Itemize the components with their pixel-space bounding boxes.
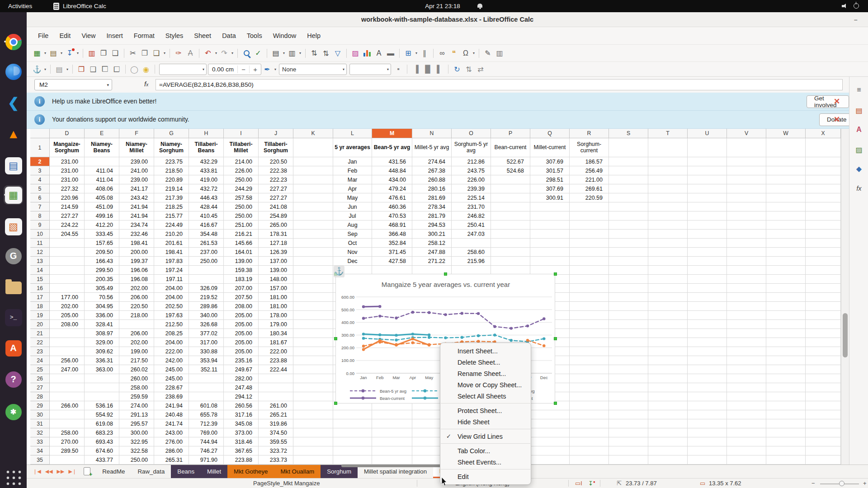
cell-S18[interactable] bbox=[609, 302, 648, 311]
cell-D4[interactable]: 231.00 bbox=[50, 175, 85, 184]
cell-G1[interactable]: Niamey-Sorghum bbox=[154, 138, 189, 157]
row-header-21[interactable]: 21 bbox=[30, 329, 50, 338]
cell-E33[interactable]: 693.43 bbox=[85, 437, 119, 446]
cell-V5[interactable] bbox=[727, 184, 766, 193]
cell-R11[interactable] bbox=[570, 239, 609, 248]
cell-S8[interactable] bbox=[609, 211, 648, 221]
cell-I14[interactable]: 159.38 bbox=[224, 266, 259, 275]
row-header-34[interactable]: 34 bbox=[30, 446, 50, 455]
cell-W35[interactable] bbox=[766, 455, 806, 465]
cell-I21[interactable]: 205.00 bbox=[224, 329, 259, 338]
cell-W5[interactable] bbox=[766, 184, 806, 193]
cell-M13[interactable]: 427.58 bbox=[372, 257, 412, 266]
cell-K19[interactable] bbox=[293, 311, 333, 320]
cell-V33[interactable] bbox=[727, 437, 766, 446]
cell-D20[interactable]: 208.00 bbox=[50, 320, 85, 329]
open-icon[interactable]: ▤ bbox=[47, 47, 59, 59]
cell-U24[interactable] bbox=[688, 356, 727, 365]
cell-P9[interactable] bbox=[491, 221, 530, 230]
context-menu-hide-sheet[interactable]: Hide Sheet bbox=[440, 416, 531, 427]
row-header-14[interactable]: 14 bbox=[30, 266, 50, 275]
cell-D27[interactable] bbox=[50, 383, 85, 392]
insert-columns-icon[interactable]: ▥ bbox=[286, 47, 298, 59]
row-header-19[interactable]: 19 bbox=[30, 311, 50, 320]
insert-comment-icon[interactable]: ❝ bbox=[448, 47, 460, 59]
column-header-F[interactable]: F bbox=[119, 129, 154, 138]
export-pdf-icon[interactable]: ▥ bbox=[86, 47, 98, 59]
cell-K27[interactable] bbox=[293, 383, 333, 392]
cell-H1[interactable]: Tillaberi-Beans bbox=[189, 138, 224, 157]
cell-K35[interactable] bbox=[293, 455, 333, 465]
cell-E25[interactable]: 363.00 bbox=[85, 365, 119, 374]
cell-E5[interactable]: 408.06 bbox=[85, 184, 119, 193]
sheet-tab-beans[interactable]: Beans bbox=[171, 465, 201, 478]
cell-M2[interactable]: 431.56 bbox=[372, 157, 412, 166]
cell-G28[interactable]: 238.69 bbox=[154, 392, 189, 401]
cell-G26[interactable]: 245.00 bbox=[154, 374, 189, 383]
cell-S28[interactable] bbox=[609, 392, 648, 401]
cell-W7[interactable] bbox=[766, 202, 806, 211]
cell-G19[interactable]: 197.63 bbox=[154, 311, 189, 320]
cell-J16[interactable]: 157.00 bbox=[259, 284, 293, 293]
row-header-24[interactable]: 24 bbox=[30, 356, 50, 365]
cell-W6[interactable] bbox=[766, 193, 806, 202]
cell-T10[interactable] bbox=[648, 230, 688, 239]
cell-K8[interactable] bbox=[293, 211, 333, 221]
cell-E18[interactable]: 304.95 bbox=[85, 302, 119, 311]
cell-D9[interactable]: 224.22 bbox=[50, 221, 85, 230]
cell-F14[interactable]: 196.06 bbox=[119, 266, 154, 275]
menu-styles[interactable]: Styles bbox=[160, 30, 189, 42]
cell-G6[interactable]: 217.39 bbox=[154, 193, 189, 202]
cell-K34[interactable] bbox=[293, 446, 333, 455]
terminal-dock-icon[interactable]: >_ bbox=[4, 308, 23, 327]
cell-H14[interactable] bbox=[189, 266, 224, 275]
ubuntu-software-dock-icon[interactable]: A bbox=[4, 338, 23, 358]
find-replace-icon[interactable] bbox=[241, 47, 252, 59]
cell-D7[interactable]: 214.59 bbox=[50, 202, 85, 211]
cell-D21[interactable] bbox=[50, 329, 85, 338]
cell-O3[interactable]: 243.75 bbox=[452, 166, 491, 175]
cell-I28[interactable]: 294.12 bbox=[224, 392, 259, 401]
cell-E20[interactable]: 328.41 bbox=[85, 320, 119, 329]
cell-I15[interactable]: 183.19 bbox=[224, 275, 259, 284]
cell-U25[interactable] bbox=[688, 365, 727, 374]
column-header-G[interactable]: G bbox=[154, 129, 189, 138]
cell-H28[interactable] bbox=[189, 392, 224, 401]
align-objects-icon[interactable]: ▤ bbox=[53, 63, 65, 75]
focused-app-indicator[interactable]: LibreOffice Calc bbox=[53, 3, 106, 10]
row-header-8[interactable]: 8 bbox=[30, 211, 50, 221]
cell-D1[interactable]: Mangaize-Sorghum bbox=[50, 138, 85, 157]
cell-V16[interactable] bbox=[727, 284, 766, 293]
anchor-icon[interactable]: ⚓ bbox=[31, 63, 43, 75]
cell-K22[interactable] bbox=[293, 338, 333, 347]
cell-J26[interactable] bbox=[259, 374, 293, 383]
firefox-dock-icon[interactable] bbox=[4, 62, 23, 81]
cell-X24[interactable] bbox=[806, 356, 841, 365]
cell-F26[interactable]: 260.00 bbox=[119, 374, 154, 383]
cell-R29[interactable] bbox=[570, 401, 609, 410]
cell-W18[interactable] bbox=[766, 302, 806, 311]
chart-selection-handle[interactable] bbox=[334, 402, 337, 405]
cell-V17[interactable] bbox=[727, 293, 766, 302]
cell-O5[interactable]: 239.39 bbox=[452, 184, 491, 193]
cell-X1[interactable] bbox=[806, 138, 841, 157]
cell-H34[interactable]: 746.27 bbox=[189, 446, 224, 455]
column-header-M[interactable]: M bbox=[372, 129, 412, 138]
cell-U7[interactable] bbox=[688, 202, 727, 211]
chart-selection-handle[interactable] bbox=[554, 272, 557, 276]
cell-H31[interactable]: 712.39 bbox=[189, 419, 224, 428]
row-header-20[interactable]: 20 bbox=[30, 320, 50, 329]
context-menu-edit[interactable]: Edit bbox=[440, 471, 531, 482]
cell-E17[interactable]: 70.56 bbox=[85, 293, 119, 302]
cell-V14[interactable] bbox=[727, 266, 766, 275]
cell-K15[interactable] bbox=[293, 275, 333, 284]
insert-special-character-dropdown-icon[interactable]: ▾ bbox=[472, 51, 476, 55]
cell-M33[interactable] bbox=[372, 437, 412, 446]
cell-Q3[interactable]: 301.57 bbox=[530, 166, 570, 175]
window-titlebar[interactable]: workbook-with-sample-database.xlsx - Lib… bbox=[27, 12, 868, 27]
cell-G34[interactable]: 286.00 bbox=[154, 446, 189, 455]
cell-G24[interactable]: 242.00 bbox=[154, 356, 189, 365]
cell-F16[interactable]: 202.00 bbox=[119, 284, 154, 293]
menu-file[interactable]: File bbox=[33, 30, 54, 42]
cell-L4[interactable]: Mar bbox=[333, 175, 372, 184]
